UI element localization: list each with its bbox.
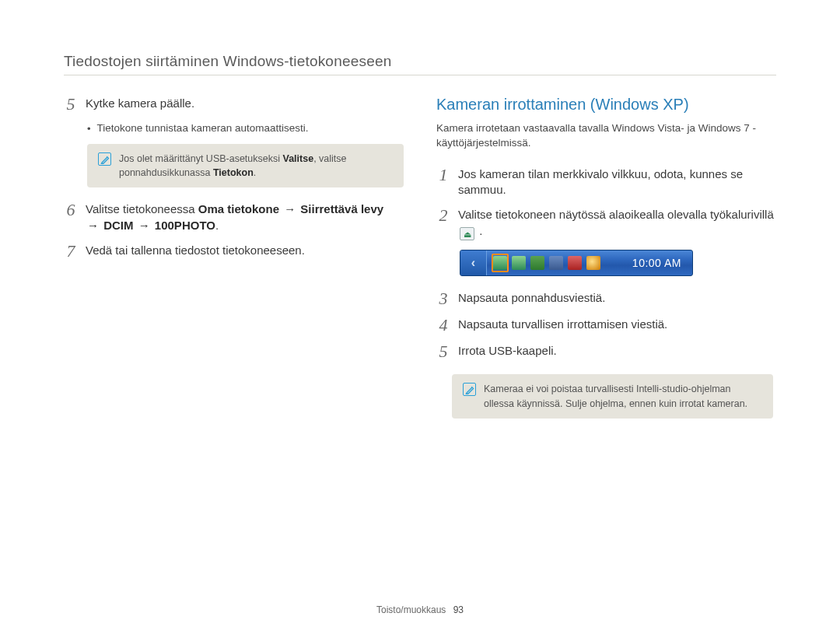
step-text: Valitse tietokoneen näytössä alaoikealla… xyxy=(458,207,776,240)
note-icon xyxy=(98,152,111,166)
step-4: 4 Napsauta turvallisen irrottamisen vies… xyxy=(436,317,776,334)
arrow-icon: → xyxy=(137,219,152,232)
arrow-icon: → xyxy=(86,219,100,232)
step-number: 5 xyxy=(64,96,78,113)
step-text: Vedä tai tallenna tiedostot tietokoneese… xyxy=(86,243,305,258)
note-text: Kameraa ei voi poistaa turvallisesti Int… xyxy=(484,382,762,410)
step-5r: 5 Irrota USB-kaapeli. xyxy=(436,343,776,360)
step-number: 2 xyxy=(436,207,450,224)
arrow-icon: → xyxy=(282,202,297,215)
safely-remove-hardware-icon: ⏏ xyxy=(460,227,474,240)
taskbar-figure: ‹ 10:00 AM xyxy=(460,250,776,276)
step-number: 4 xyxy=(436,317,450,334)
shield-ok-icon xyxy=(530,256,544,270)
note-text: Jos olet määrittänyt USB-asetukseksi Val… xyxy=(119,152,393,180)
step-number: 5 xyxy=(436,343,450,360)
two-column-layout: 5 Kytke kamera päälle. • Tietokone tunni… xyxy=(64,96,776,433)
device-icon xyxy=(512,256,526,270)
volume-icon xyxy=(568,256,582,270)
right-column: Kameran irrottaminen (Windows XP) Kamera… xyxy=(436,96,776,433)
page-topic: Tiedostojen siirtäminen Windows-tietokon… xyxy=(64,53,776,70)
step-number: 1 xyxy=(436,166,450,184)
step-text: Napsauta ponnahdusviestiä. xyxy=(458,290,605,306)
update-icon xyxy=(586,256,600,270)
step-text: Valitse tietokoneessa Oma tietokone → Si… xyxy=(86,201,383,233)
note-icon xyxy=(463,383,476,396)
step-7: 7 Vedä tai tallenna tiedostot tietokonee… xyxy=(64,243,404,260)
step-text: Irrota USB-kaapeli. xyxy=(458,343,557,359)
step-text: Napsauta turvallisen irrottamisen viesti… xyxy=(458,317,667,332)
bullet-text: Tietokone tunnistaa kameran automaattise… xyxy=(97,122,309,134)
step-number: 7 xyxy=(64,243,78,260)
safely-remove-icon xyxy=(493,256,507,270)
step-3: 3 Napsauta ponnahdusviestiä. xyxy=(436,290,776,307)
horizontal-rule xyxy=(64,75,776,75)
info-note-box: Jos olet määrittänyt USB-asetukseksi Val… xyxy=(87,144,404,187)
windows-taskbar: ‹ 10:00 AM xyxy=(460,250,693,276)
footer-page-number: 93 xyxy=(453,604,464,615)
step-1: 1 Jos kameran tilan merkkivalo vilkkuu, … xyxy=(436,166,776,198)
step-text: Jos kameran tilan merkkivalo vilkkuu, od… xyxy=(458,166,776,198)
step-5: 5 Kytke kamera päälle. xyxy=(64,96,404,113)
manual-page: Tiedostojen siirtäminen Windows-tietokon… xyxy=(0,0,840,634)
step-number: 3 xyxy=(436,290,450,307)
tray-expand-chevron-icon: ‹ xyxy=(460,250,487,275)
left-column: 5 Kytke kamera päälle. • Tietokone tunni… xyxy=(64,96,404,433)
sub-bullet: • Tietokone tunnistaa kameran automaatti… xyxy=(87,122,404,136)
step-number: 6 xyxy=(64,201,78,219)
step-text: Kytke kamera päälle. xyxy=(86,96,194,111)
bullet-dot-icon: • xyxy=(87,122,91,136)
system-tray xyxy=(487,250,607,275)
page-footer: Toisto/muokkaus 93 xyxy=(0,604,840,615)
network-icon xyxy=(549,256,563,270)
footer-section-label: Toisto/muokkaus xyxy=(376,604,446,615)
section-heading: Kameran irrottaminen (Windows XP) xyxy=(436,96,776,114)
step-6: 6 Valitse tietokoneessa Oma tietokone → … xyxy=(64,201,404,233)
step-2: 2 Valitse tietokoneen näytössä alaoikeal… xyxy=(436,207,776,240)
info-note-box: Kameraa ei voi poistaa turvallisesti Int… xyxy=(452,374,773,418)
taskbar-clock: 10:00 AM xyxy=(632,257,692,269)
section-intro: Kamera irrotetaan vastaavalla tavalla Wi… xyxy=(436,121,776,151)
